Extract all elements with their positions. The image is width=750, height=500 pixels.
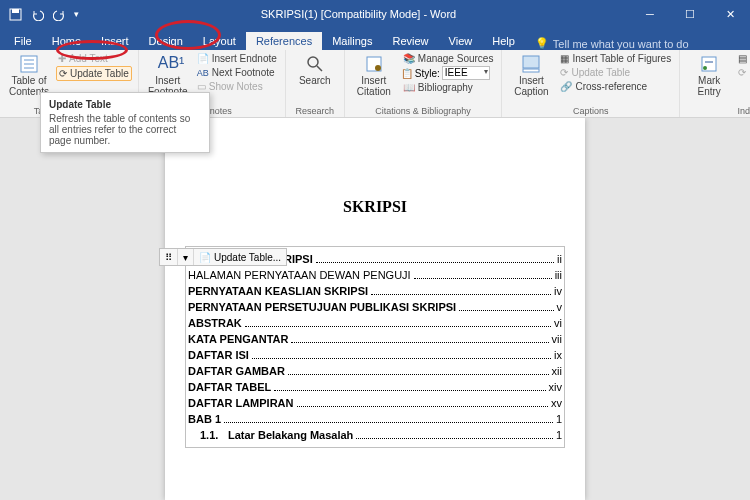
toc-row: DAFTAR TABELxiv (188, 379, 562, 395)
tab-help[interactable]: Help (482, 32, 525, 50)
toc-row: DAFTAR GAMBARxii (188, 363, 562, 379)
next-footnote-button[interactable]: ABNext Footnote (195, 66, 279, 79)
undo-icon[interactable] (30, 7, 44, 21)
refresh-icon: ⟳ (560, 67, 568, 78)
insert-caption-button[interactable]: Insert Caption (508, 52, 554, 97)
document-page: SKRIPSI ⠿ ▾ 📄Update Table... PENGESAHAN … (165, 118, 585, 500)
svg-rect-1 (12, 9, 19, 13)
tab-home[interactable]: Home (42, 32, 91, 50)
refresh-icon: ⟳ (59, 68, 67, 79)
cross-reference-button[interactable]: 🔗Cross-reference (558, 80, 673, 93)
tooltip-body: Refresh the table of contents so all ent… (49, 113, 201, 146)
toc-handle-icon[interactable]: ⠿ (160, 249, 178, 265)
insert-footnote-button[interactable]: AB¹ Insert Footnote (145, 52, 191, 97)
caption-icon (521, 54, 541, 74)
close-button[interactable]: ✕ (710, 0, 750, 28)
table-of-contents-button[interactable]: Table of Contents (6, 52, 52, 97)
search-button[interactable]: Search (292, 52, 338, 86)
ribbon-tabs: File Home Insert Design Layout Reference… (0, 28, 750, 50)
manage-icon: 📚 (403, 53, 415, 64)
insert-index-icon: ▤ (738, 53, 747, 64)
crossref-icon: 🔗 (560, 81, 572, 92)
tab-references[interactable]: References (246, 32, 322, 50)
tab-file[interactable]: File (4, 32, 42, 50)
tab-design[interactable]: Design (139, 32, 193, 50)
toc-row: DAFTAR LAMPIRANxv (188, 395, 562, 411)
citation-style-select[interactable]: IEEE (442, 66, 490, 80)
group-index: Mark Entry ▤Insert Index ⟳Update Index I… (680, 50, 750, 117)
group-research: Search Research (286, 50, 345, 117)
add-text-icon: ✚ (58, 53, 66, 64)
update-table-button[interactable]: ⟳Update Table (56, 66, 132, 81)
citation-icon (364, 54, 384, 74)
svg-line-7 (317, 66, 322, 71)
tooltip-title: Update Table (49, 99, 201, 110)
refresh-icon: ⟳ (738, 67, 746, 78)
update-caption-table-button[interactable]: ⟳Update Table (558, 66, 673, 79)
footnote-icon: AB¹ (158, 54, 178, 74)
show-notes-icon: ▭ (197, 81, 206, 92)
next-icon: AB (197, 68, 209, 78)
style-icon: 📋 (401, 68, 413, 79)
title-bar: ▾ SKRIPSI(1) [Compatibility Mode] - Word… (0, 0, 750, 28)
tab-layout[interactable]: Layout (193, 32, 246, 50)
toc-row: PERNYATAAN PERSETUJUAN PUBLIKASI SKRIPSI… (188, 299, 562, 315)
toc-row: BAB 11 (188, 411, 562, 427)
tell-me-search[interactable]: 💡 Tell me what you want to do (535, 37, 689, 50)
table-of-contents-field[interactable]: PENGESAHAN SKRIPSIiiHALAMAN PERNYATAAN D… (185, 246, 565, 448)
document-heading: SKRIPSI (185, 198, 565, 216)
mark-entry-button[interactable]: Mark Entry (686, 52, 732, 97)
minimize-button[interactable]: ─ (630, 0, 670, 28)
toc-icon (19, 54, 39, 74)
save-icon[interactable] (8, 7, 22, 21)
qat-more-icon[interactable]: ▾ (74, 9, 79, 19)
doc-icon: ▾ (183, 252, 188, 263)
maximize-button[interactable]: ☐ (670, 0, 710, 28)
document-workspace: SKRIPSI ⠿ ▾ 📄Update Table... PENGESAHAN … (0, 118, 750, 500)
tab-view[interactable]: View (439, 32, 483, 50)
tab-review[interactable]: Review (383, 32, 439, 50)
toc-row: HALAMAN PERNYATAAN DEWAN PENGUJIiii (188, 267, 562, 283)
refresh-icon: 📄 (199, 252, 211, 263)
manage-sources-button[interactable]: 📚Manage Sources (401, 52, 496, 65)
toc-row: KATA PENGANTARvii (188, 331, 562, 347)
window-title: SKRIPSI(1) [Compatibility Mode] - Word (87, 8, 630, 20)
toc-row: ABSTRAKvi (188, 315, 562, 331)
bibliography-button[interactable]: 📖Bibliography (401, 81, 496, 94)
toc-field-toolbar: ⠿ ▾ 📄Update Table... (159, 248, 287, 266)
insert-index-button[interactable]: ▤Insert Index (736, 52, 750, 65)
toc-update-button[interactable]: 📄Update Table... (194, 249, 286, 265)
redo-icon[interactable] (52, 7, 66, 21)
svg-point-9 (375, 65, 381, 71)
insert-citation-button[interactable]: Insert Citation (351, 52, 397, 97)
tab-mailings[interactable]: Mailings (322, 32, 382, 50)
toc-row: DAFTAR ISIix (188, 347, 562, 363)
toc-sub-row: 1.1.Latar Belakang Masalah 1 (188, 427, 562, 443)
citation-style-row: 📋 Style: IEEE (401, 66, 496, 80)
insert-endnote-button[interactable]: 📄Insert Endnote (195, 52, 279, 65)
svg-rect-11 (523, 69, 539, 72)
group-captions: Insert Caption ▦Insert Table of Figures … (502, 50, 680, 117)
endnote-icon: 📄 (197, 53, 209, 64)
add-text-button[interactable]: ✚Add Text (56, 52, 132, 65)
toc-row: PERNYATAAN KEASLIAN SKRIPSIiv (188, 283, 562, 299)
tof-icon: ▦ (560, 53, 569, 64)
insert-table-of-figures-button[interactable]: ▦Insert Table of Figures (558, 52, 673, 65)
lightbulb-icon: 💡 (535, 37, 549, 50)
update-table-tooltip: Update Table Refresh the table of conten… (40, 92, 210, 153)
svg-rect-10 (523, 56, 539, 68)
tab-insert[interactable]: Insert (91, 32, 139, 50)
search-icon (305, 54, 325, 74)
svg-point-6 (308, 57, 318, 67)
update-index-button[interactable]: ⟳Update Index (736, 66, 750, 79)
group-citations: Insert Citation 📚Manage Sources 📋 Style:… (345, 50, 503, 117)
biblio-icon: 📖 (403, 82, 415, 93)
mark-entry-icon (699, 54, 719, 74)
svg-point-14 (703, 66, 707, 70)
toc-options-button[interactable]: ▾ (178, 249, 194, 265)
